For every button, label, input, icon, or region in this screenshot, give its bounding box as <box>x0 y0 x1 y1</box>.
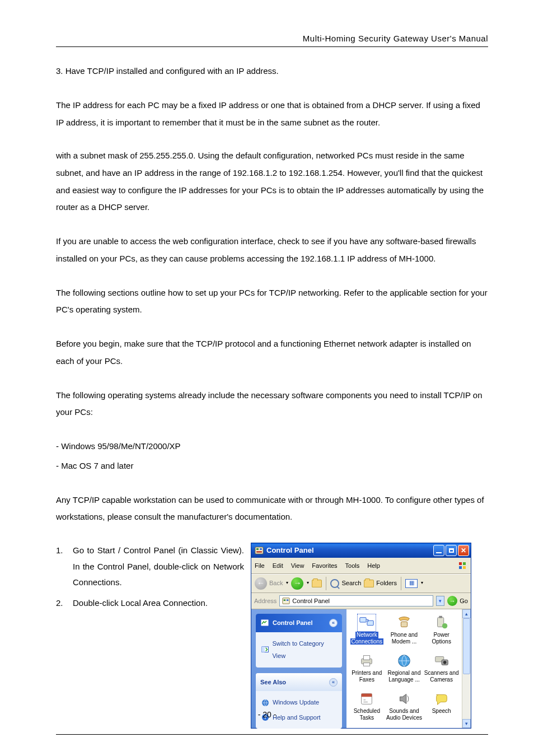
regional-language-icon <box>396 653 413 669</box>
go-icon: → <box>447 596 457 606</box>
header-rule <box>56 46 488 47</box>
go-button[interactable]: → Go <box>447 595 468 608</box>
toolbar-separator <box>326 577 326 590</box>
scanners-cameras-icon <box>433 653 450 669</box>
svg-point-29 <box>443 661 446 664</box>
svg-rect-5 <box>463 562 466 565</box>
up-button[interactable] <box>312 580 322 587</box>
maximize-button[interactable] <box>446 545 457 556</box>
paragraph: If you are unable to access the web conf… <box>56 233 488 268</box>
item-label: Cameras <box>430 676 453 683</box>
forward-button[interactable]: → ▾ <box>291 577 309 590</box>
svg-rect-21 <box>439 616 442 618</box>
list-item: - Mac OS 7 and later <box>56 458 488 475</box>
svg-rect-10 <box>287 599 289 601</box>
control-panel-icon <box>282 597 290 605</box>
item-printers-faxes[interactable]: Printers and Faxes <box>349 652 385 689</box>
item-sounds-audio[interactable]: Sounds and Audio Devices <box>386 690 423 727</box>
svg-rect-1 <box>256 548 259 550</box>
title-bar[interactable]: Control Panel ✕ <box>251 543 471 558</box>
step-item: 2. Double-click Local Area Connection. <box>56 595 244 612</box>
scroll-down-icon[interactable]: ▾ <box>462 719 471 728</box>
views-icon: ▦ <box>405 579 418 588</box>
windows-flag-icon <box>458 561 467 570</box>
menu-view[interactable]: View <box>291 559 305 572</box>
collapse-icon[interactable]: « <box>329 619 338 627</box>
switch-icon <box>261 646 269 654</box>
link-label: Windows Update <box>273 696 319 709</box>
folders-button[interactable]: Folders <box>364 577 397 590</box>
menu-bar: File Edit View Favorites Tools Help <box>251 558 471 575</box>
svg-rect-9 <box>284 599 286 601</box>
folders-icon <box>364 580 374 587</box>
item-scanners-cameras[interactable]: Scanners and Cameras <box>423 652 460 689</box>
speech-icon <box>433 691 450 707</box>
switch-category-view-link[interactable]: Switch to Category View <box>261 636 336 664</box>
task-box-see-also: See Also « Windows Update <box>256 673 342 729</box>
svg-rect-17 <box>360 618 366 622</box>
views-button[interactable]: ▦ ▾ <box>405 578 423 587</box>
item-network-connections[interactable]: Network Connections <box>349 614 385 651</box>
item-label: Faxes <box>359 676 374 683</box>
back-button[interactable]: ← Back ▾ <box>255 577 288 590</box>
window-title: Control Panel <box>266 543 314 558</box>
task-box-title: See Also <box>260 676 286 689</box>
item-phone-modem[interactable]: Phone and Modem ... <box>386 614 423 651</box>
item-regional-language[interactable]: Regional and Language ... <box>386 652 423 689</box>
scroll-thumb[interactable] <box>463 618 470 674</box>
svg-rect-31 <box>362 694 372 697</box>
menu-tools[interactable]: Tools <box>345 559 360 572</box>
footer-rule <box>56 734 488 735</box>
svg-rect-6 <box>459 566 462 569</box>
svg-rect-0 <box>255 547 263 554</box>
svg-rect-2 <box>260 548 262 550</box>
menu-file[interactable]: File <box>255 559 265 572</box>
step-item: 1. Go to Start / Control Panel (in Class… <box>56 543 244 591</box>
close-button[interactable]: ✕ <box>458 545 469 556</box>
menu-favorites[interactable]: Favorites <box>312 559 337 572</box>
svg-rect-13 <box>262 647 265 652</box>
windows-update-link[interactable]: Windows Update <box>261 695 336 710</box>
item-label: Printers and <box>352 670 382 676</box>
svg-rect-3 <box>256 551 262 553</box>
item-power-options[interactable]: Power Options <box>423 614 460 651</box>
chevron-down-icon: ▾ <box>286 578 288 587</box>
scheduled-tasks-icon <box>358 691 375 707</box>
minimize-button[interactable] <box>433 545 444 556</box>
collapse-icon[interactable]: « <box>329 678 338 687</box>
text: with a subnet mask of 255.255.255.0. Usi… <box>56 147 488 216</box>
sounds-audio-icon <box>396 691 413 707</box>
back-icon: ← <box>255 577 267 590</box>
address-field[interactable]: Control Panel <box>279 595 433 606</box>
svg-rect-25 <box>364 663 370 666</box>
folder-up-icon <box>312 580 322 587</box>
item-scheduled-tasks[interactable]: Scheduled Tasks <box>349 690 385 727</box>
address-bar: Address Control Panel ▾ → Go <box>251 593 471 610</box>
search-icon <box>330 579 339 588</box>
item-label: Language ... <box>388 676 420 683</box>
paragraph: The following operating systems already … <box>56 387 488 422</box>
address-label: Address <box>254 595 277 608</box>
paragraph: Any TCP/IP capable workstation can be us… <box>56 492 488 526</box>
scroll-up-icon[interactable]: ▴ <box>462 609 471 618</box>
address-dropdown[interactable]: ▾ <box>436 596 444 606</box>
running-header: Multi-Homing Security Gateway User's Man… <box>56 34 488 43</box>
svg-rect-19 <box>401 622 407 627</box>
forward-icon: → <box>291 577 303 590</box>
paragraph: 3. Have TCP/IP installed and configured … <box>56 63 488 80</box>
power-options-icon <box>433 615 450 631</box>
svg-rect-7 <box>463 566 466 569</box>
back-label: Back <box>269 577 283 590</box>
menu-help[interactable]: Help <box>367 559 380 572</box>
page-number: - 20 - <box>0 710 534 719</box>
paragraph: The following sections outline how to se… <box>56 284 488 319</box>
item-label: Connections <box>350 638 384 645</box>
item-label: Scanners and <box>424 670 459 676</box>
step-text: Double-click Local Area Connection. <box>73 595 244 612</box>
address-value: Control Panel <box>292 595 330 608</box>
text: The IP address for each PC may be a fixe… <box>56 100 480 127</box>
search-button[interactable]: Search <box>330 577 361 590</box>
item-speech[interactable]: Speech <box>423 690 460 727</box>
menu-edit[interactable]: Edit <box>273 559 283 572</box>
toolbar-separator <box>401 577 401 590</box>
